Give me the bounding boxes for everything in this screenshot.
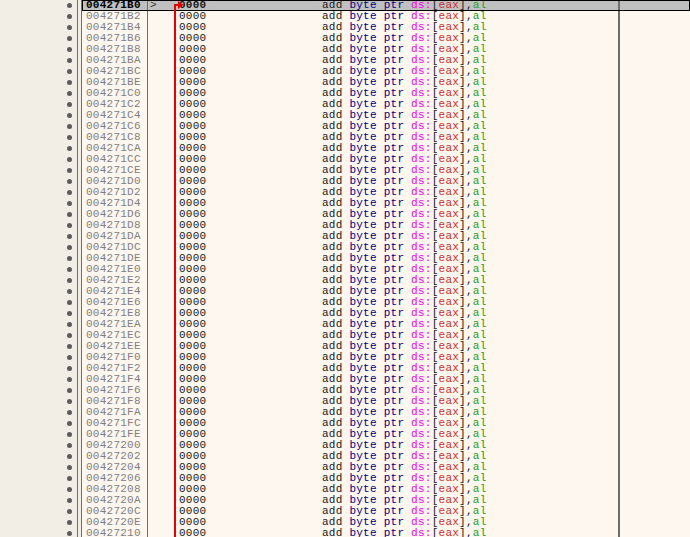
disasm-row[interactable]: 004272100000add byte ptr ds:[eax],al xyxy=(0,528,690,537)
breakpoint-dot-icon[interactable] xyxy=(67,278,72,283)
breakpoint-dot-icon[interactable] xyxy=(67,69,72,74)
breakpoint-gutter[interactable] xyxy=(62,517,77,528)
row-main[interactable]: 004272100000add byte ptr ds:[eax],al xyxy=(82,528,690,537)
breakpoint-gutter[interactable] xyxy=(62,396,77,407)
address-cell[interactable]: 00427210 xyxy=(82,528,148,537)
breakpoint-dot-icon[interactable] xyxy=(67,146,72,151)
breakpoint-dot-icon[interactable] xyxy=(67,377,72,382)
breakpoint-gutter[interactable] xyxy=(62,132,77,143)
instruction-cell[interactable]: add byte ptr ds:[eax],al xyxy=(322,528,618,537)
breakpoint-gutter[interactable] xyxy=(62,374,77,385)
breakpoint-gutter[interactable] xyxy=(62,55,77,66)
breakpoint-gutter[interactable] xyxy=(62,352,77,363)
breakpoint-gutter[interactable] xyxy=(62,286,77,297)
breakpoint-gutter[interactable] xyxy=(62,473,77,484)
bytes-cell[interactable]: 0000 xyxy=(178,528,322,537)
breakpoint-dot-icon[interactable] xyxy=(67,289,72,294)
breakpoint-gutter[interactable] xyxy=(62,440,77,451)
breakpoint-gutter[interactable] xyxy=(62,264,77,275)
breakpoint-gutter[interactable] xyxy=(62,121,77,132)
breakpoint-dot-icon[interactable] xyxy=(67,223,72,228)
breakpoint-gutter[interactable] xyxy=(62,22,77,33)
breakpoint-gutter[interactable] xyxy=(62,176,77,187)
breakpoint-dot-icon[interactable] xyxy=(67,80,72,85)
breakpoint-dot-icon[interactable] xyxy=(67,102,72,107)
breakpoint-gutter[interactable] xyxy=(62,308,77,319)
breakpoint-dot-icon[interactable] xyxy=(67,36,72,41)
breakpoint-gutter[interactable] xyxy=(62,462,77,473)
breakpoint-dot-icon[interactable] xyxy=(67,454,72,459)
breakpoint-gutter[interactable] xyxy=(62,198,77,209)
breakpoint-dot-icon[interactable] xyxy=(67,498,72,503)
breakpoint-gutter[interactable] xyxy=(62,66,77,77)
breakpoint-gutter[interactable] xyxy=(62,297,77,308)
breakpoint-gutter[interactable] xyxy=(62,484,77,495)
breakpoint-gutter[interactable] xyxy=(62,385,77,396)
breakpoint-gutter[interactable] xyxy=(62,187,77,198)
breakpoint-dot-icon[interactable] xyxy=(67,190,72,195)
breakpoint-gutter[interactable] xyxy=(62,99,77,110)
breakpoint-dot-icon[interactable] xyxy=(67,487,72,492)
breakpoint-dot-icon[interactable] xyxy=(67,410,72,415)
breakpoint-gutter[interactable] xyxy=(62,44,77,55)
breakpoint-gutter[interactable] xyxy=(62,418,77,429)
breakpoint-dot-icon[interactable] xyxy=(67,3,72,8)
breakpoint-gutter[interactable] xyxy=(62,143,77,154)
breakpoint-gutter[interactable] xyxy=(62,242,77,253)
breakpoint-gutter[interactable] xyxy=(62,275,77,286)
breakpoint-dot-icon[interactable] xyxy=(67,245,72,250)
breakpoint-dot-icon[interactable] xyxy=(67,212,72,217)
breakpoint-dot-icon[interactable] xyxy=(67,124,72,129)
breakpoint-dot-icon[interactable] xyxy=(67,366,72,371)
breakpoint-gutter[interactable] xyxy=(62,319,77,330)
breakpoint-dot-icon[interactable] xyxy=(67,201,72,206)
breakpoint-dot-icon[interactable] xyxy=(67,113,72,118)
breakpoint-dot-icon[interactable] xyxy=(67,509,72,514)
breakpoint-gutter[interactable] xyxy=(62,88,77,99)
breakpoint-dot-icon[interactable] xyxy=(67,256,72,261)
breakpoint-gutter[interactable] xyxy=(62,33,77,44)
breakpoint-dot-icon[interactable] xyxy=(67,300,72,305)
breakpoint-gutter[interactable] xyxy=(62,110,77,121)
breakpoint-dot-icon[interactable] xyxy=(67,25,72,30)
breakpoint-dot-icon[interactable] xyxy=(67,355,72,360)
breakpoint-gutter[interactable] xyxy=(62,407,77,418)
breakpoint-gutter[interactable] xyxy=(62,0,77,11)
breakpoint-gutter[interactable] xyxy=(62,506,77,517)
breakpoint-gutter[interactable] xyxy=(62,154,77,165)
breakpoint-dot-icon[interactable] xyxy=(67,157,72,162)
breakpoint-dot-icon[interactable] xyxy=(67,388,72,393)
breakpoint-gutter[interactable] xyxy=(62,528,77,537)
breakpoint-dot-icon[interactable] xyxy=(67,476,72,481)
breakpoint-dot-icon[interactable] xyxy=(67,399,72,404)
breakpoint-gutter[interactable] xyxy=(62,330,77,341)
breakpoint-gutter[interactable] xyxy=(62,11,77,22)
breakpoint-gutter[interactable] xyxy=(62,341,77,352)
breakpoint-gutter[interactable] xyxy=(62,165,77,176)
breakpoint-gutter[interactable] xyxy=(62,429,77,440)
breakpoint-dot-icon[interactable] xyxy=(67,421,72,426)
breakpoint-dot-icon[interactable] xyxy=(67,443,72,448)
breakpoint-dot-icon[interactable] xyxy=(67,520,72,525)
breakpoint-dot-icon[interactable] xyxy=(67,344,72,349)
breakpoint-dot-icon[interactable] xyxy=(67,168,72,173)
breakpoint-dot-icon[interactable] xyxy=(67,234,72,239)
breakpoint-dot-icon[interactable] xyxy=(67,58,72,63)
breakpoint-gutter[interactable] xyxy=(62,209,77,220)
breakpoint-gutter[interactable] xyxy=(62,451,77,462)
breakpoint-dot-icon[interactable] xyxy=(67,322,72,327)
breakpoint-dot-icon[interactable] xyxy=(67,179,72,184)
breakpoint-gutter[interactable] xyxy=(62,363,77,374)
breakpoint-dot-icon[interactable] xyxy=(67,47,72,52)
breakpoint-dot-icon[interactable] xyxy=(67,465,72,470)
breakpoint-gutter[interactable] xyxy=(62,77,77,88)
breakpoint-dot-icon[interactable] xyxy=(67,14,72,19)
breakpoint-dot-icon[interactable] xyxy=(67,267,72,272)
breakpoint-gutter[interactable] xyxy=(62,495,77,506)
breakpoint-gutter[interactable] xyxy=(62,231,77,242)
breakpoint-dot-icon[interactable] xyxy=(67,91,72,96)
breakpoint-gutter[interactable] xyxy=(62,220,77,231)
breakpoint-dot-icon[interactable] xyxy=(67,432,72,437)
breakpoint-dot-icon[interactable] xyxy=(67,135,72,140)
breakpoint-dot-icon[interactable] xyxy=(67,333,72,338)
